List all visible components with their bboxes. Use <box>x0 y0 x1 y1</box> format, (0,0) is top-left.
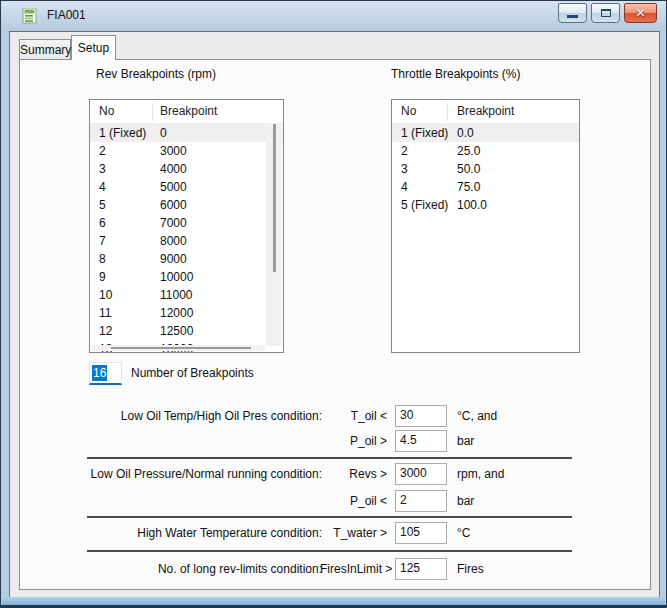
number-of-breakpoints-field[interactable]: 16 <box>89 362 122 385</box>
horizontal-scrollbar-thumb[interactable] <box>111 347 251 349</box>
list-header[interactable]: NoBreakpoint <box>90 100 283 124</box>
list-row[interactable]: 1112000 <box>90 304 283 322</box>
row-no: 2 <box>401 142 408 160</box>
condition-row: Low Oil Pressure/Normal running conditio… <box>20 463 650 485</box>
section-divider <box>87 516 572 518</box>
column-header-no[interactable]: No <box>99 100 114 123</box>
list-row[interactable]: 89000 <box>90 250 283 268</box>
condition-value-input[interactable] <box>395 405 447 427</box>
condition-operator: FiresInLimit > <box>320 558 387 580</box>
throttle-breakpoints-list[interactable]: NoBreakpoint 1 (Fixed)0.0225.0350.0475.0… <box>391 99 580 353</box>
condition-value-input[interactable] <box>395 522 447 544</box>
condition-label: Low Oil Pressure/Normal running conditio… <box>20 463 322 485</box>
row-breakpoint: 0.0 <box>457 124 474 142</box>
column-header-breakpoint[interactable]: Breakpoint <box>160 100 217 123</box>
condition-value-input[interactable] <box>395 558 447 580</box>
row-no: 3 <box>401 160 408 178</box>
condition-label: Low Oil Temp/High Oil Pres condition: <box>20 405 322 427</box>
tab-summary[interactable]: Summary <box>19 39 71 60</box>
column-divider <box>152 103 153 121</box>
row-breakpoint: 6000 <box>160 196 187 214</box>
list-header[interactable]: NoBreakpoint <box>392 100 579 124</box>
condition-value-input[interactable] <box>395 490 447 512</box>
rev-breakpoints-label: Rev Breakpoints (rpm) <box>96 67 216 81</box>
number-of-breakpoints-label: Number of Breakpoints <box>131 366 254 380</box>
list-row[interactable]: 1 (Fixed)0.0 <box>392 124 579 142</box>
list-row[interactable]: 67000 <box>90 214 283 232</box>
list-rows: 1 (Fixed)0.0225.0350.0475.05 (Fixed)100.… <box>392 124 579 352</box>
list-row[interactable]: 1011000 <box>90 286 283 304</box>
minimize-icon <box>567 15 578 18</box>
title-bar[interactable]: FIA001 ✕ <box>1 1 666 31</box>
list-rows: 1 (Fixed)0230003400045000560006700078000… <box>90 124 283 352</box>
app-icon <box>22 8 38 24</box>
list-row[interactable]: 56000 <box>90 196 283 214</box>
condition-row: Low Oil Temp/High Oil Pres condition:T_o… <box>20 405 650 427</box>
condition-value-input[interactable] <box>395 430 447 452</box>
row-breakpoint: 9000 <box>160 250 187 268</box>
condition-row: P_oil <bar <box>20 490 650 512</box>
setup-tab-panel: Rev Breakpoints (rpm) NoBreakpoint 1 (Fi… <box>19 59 651 590</box>
vertical-scrollbar-thumb[interactable] <box>273 124 276 272</box>
condition-row: No. of long rev-limits condition:FiresIn… <box>20 558 650 580</box>
row-breakpoint: 0 <box>160 124 167 142</box>
row-no: 1 (Fixed) <box>401 124 448 142</box>
vertical-scrollbar[interactable] <box>266 124 282 346</box>
row-breakpoint: 11000 <box>160 286 192 304</box>
horizontal-scrollbar[interactable] <box>91 345 265 351</box>
condition-operator: T_oil < <box>320 405 387 427</box>
row-no: 2 <box>99 142 106 160</box>
condition-operator: P_oil > <box>320 430 387 452</box>
window-title: FIA001 <box>47 1 86 30</box>
section-divider <box>87 457 572 459</box>
tab-setup[interactable]: Setup <box>71 35 116 60</box>
list-row[interactable]: 23000 <box>90 142 283 160</box>
row-breakpoint: 12500 <box>160 322 193 340</box>
maximize-button[interactable] <box>591 3 620 23</box>
condition-value-input[interactable] <box>395 463 447 485</box>
list-row[interactable]: 1212500 <box>90 322 283 340</box>
minimize-button[interactable] <box>558 3 587 23</box>
condition-row: High Water Temperature condition:T_water… <box>20 522 650 544</box>
row-breakpoint: 12000 <box>160 304 193 322</box>
list-row[interactable]: 34000 <box>90 160 283 178</box>
app-window: FIA001 ✕ Summary Setup Rev Breakpoints (… <box>0 0 667 608</box>
rev-breakpoints-list[interactable]: NoBreakpoint 1 (Fixed)023000340004500056… <box>89 99 284 353</box>
list-row[interactable]: 350.0 <box>392 160 579 178</box>
column-header-no[interactable]: No <box>401 100 416 123</box>
list-row[interactable]: 5 (Fixed)100.0 <box>392 196 579 214</box>
column-divider <box>447 103 448 121</box>
row-breakpoint: 50.0 <box>457 160 480 178</box>
row-breakpoint: 10000 <box>160 268 193 286</box>
close-icon: ✕ <box>635 4 645 22</box>
close-button[interactable]: ✕ <box>624 3 657 23</box>
list-row[interactable]: 475.0 <box>392 178 579 196</box>
condition-unit: bar <box>457 430 474 452</box>
row-no: 11 <box>99 304 111 322</box>
row-breakpoint: 25.0 <box>457 142 480 160</box>
list-row[interactable]: 1 (Fixed)0 <box>90 124 283 142</box>
row-no: 5 <box>99 196 106 214</box>
row-no: 6 <box>99 214 106 232</box>
window-controls: ✕ <box>558 3 657 23</box>
row-no: 9 <box>99 268 106 286</box>
list-row[interactable]: 910000 <box>90 268 283 286</box>
window-frame-edge <box>1 605 666 607</box>
row-no: 10 <box>99 286 112 304</box>
row-no: 8 <box>99 250 106 268</box>
row-breakpoint: 5000 <box>160 178 187 196</box>
throttle-breakpoints-label: Throttle Breakpoints (%) <box>391 67 520 81</box>
client-area: Summary Setup Rev Breakpoints (rpm) NoBr… <box>9 31 660 598</box>
list-row[interactable]: 225.0 <box>392 142 579 160</box>
condition-operator: Revs > <box>320 463 387 485</box>
column-header-breakpoint[interactable]: Breakpoint <box>457 100 514 123</box>
list-row[interactable]: 78000 <box>90 232 283 250</box>
section-divider <box>87 550 572 552</box>
row-breakpoint: 3000 <box>160 142 187 160</box>
condition-label: No. of long rev-limits condition: <box>20 558 322 580</box>
row-no: 1 (Fixed) <box>99 124 146 142</box>
condition-unit: bar <box>457 490 474 512</box>
list-row[interactable]: 45000 <box>90 178 283 196</box>
condition-unit: Fires <box>457 558 484 580</box>
row-no: 5 (Fixed) <box>401 196 448 214</box>
